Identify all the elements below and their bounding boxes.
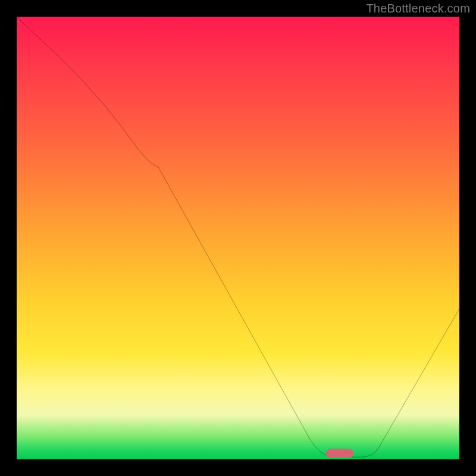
bottleneck-curve — [17, 17, 459, 457]
chart-stage: TheBottleneck.com — [0, 0, 476, 476]
optimal-marker — [326, 449, 353, 458]
curve-layer — [17, 17, 459, 459]
watermark-text: TheBottleneck.com — [366, 2, 470, 15]
plot-area — [17, 17, 459, 459]
